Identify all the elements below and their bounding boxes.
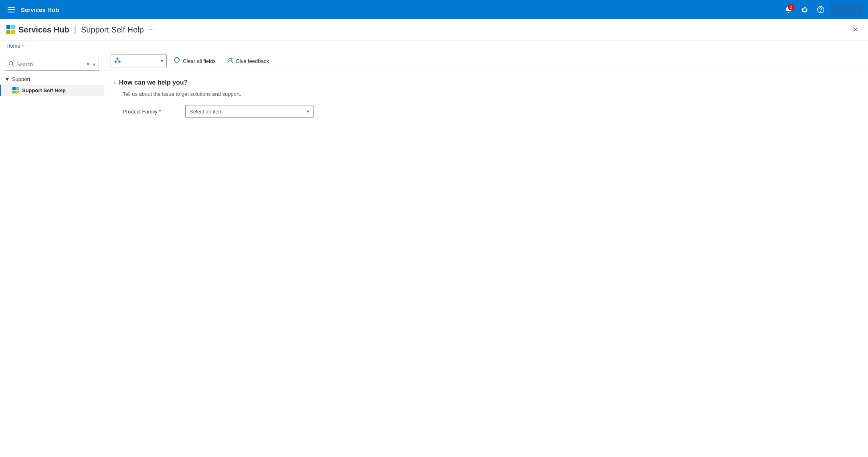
section-header: › How can we help you? xyxy=(114,79,858,86)
section-title: How can we help you? xyxy=(119,79,188,86)
logo-square-1 xyxy=(6,25,10,29)
content-area: › How can we help you? Tell us about the… xyxy=(104,71,868,455)
svg-line-6 xyxy=(12,65,14,66)
feedback-icon xyxy=(227,57,233,65)
app-logo xyxy=(6,25,15,34)
sidebar-item-label: Support Self Help xyxy=(22,87,66,93)
required-indicator: * xyxy=(159,109,161,115)
sidebar-search-container: ✕ « xyxy=(5,58,99,71)
logo-square-3 xyxy=(6,30,10,34)
product-family-chevron: ▾ xyxy=(307,109,309,114)
logo-square-2 xyxy=(11,25,15,29)
notification-badge: 2 xyxy=(788,4,794,10)
give-feedback-button[interactable]: Give feedback xyxy=(223,55,273,67)
svg-point-12 xyxy=(229,59,231,61)
search-collapse-icon[interactable]: « xyxy=(93,61,96,67)
topbar-title: Services Hub xyxy=(21,6,778,13)
svg-point-5 xyxy=(9,61,13,65)
user-avatar[interactable] xyxy=(831,3,863,16)
section-chevron[interactable]: › xyxy=(114,79,116,86)
product-family-row: Product Family * Select an item ▾ xyxy=(123,105,858,118)
page-header-more[interactable]: ··· xyxy=(149,26,154,33)
main-layout: ✕ « ▼ Support Support Self Help xyxy=(0,51,868,455)
svg-rect-0 xyxy=(8,7,15,8)
support-group-chevron: ▼ xyxy=(5,77,10,82)
close-button[interactable]: ✕ xyxy=(849,23,862,36)
logo-square-4 xyxy=(11,30,15,34)
scope-chevron: ▾ xyxy=(161,58,163,64)
page-title-separator: | xyxy=(74,25,76,34)
sidebar-item-support-self-help[interactable]: Support Self Help xyxy=(0,85,104,96)
page-subtitle: Support Self Help xyxy=(81,25,144,34)
settings-button[interactable] xyxy=(797,2,812,17)
product-family-label: Product Family * xyxy=(123,109,179,115)
clear-all-button[interactable]: Clear all fields xyxy=(170,55,220,67)
breadcrumb-separator: › xyxy=(22,43,24,49)
search-clear-icon[interactable]: ✕ xyxy=(86,61,90,67)
sidebar: ✕ « ▼ Support Support Self Help xyxy=(0,51,104,455)
support-group-label: Support xyxy=(12,76,30,82)
section-description: Tell us about the issue to get solutions… xyxy=(123,91,858,97)
topbar-icons: 2 xyxy=(781,2,863,17)
notifications-button[interactable]: 2 xyxy=(781,2,796,17)
sidebar-group-support[interactable]: ▼ Support xyxy=(0,74,104,85)
support-self-help-icon xyxy=(12,87,19,93)
toolbar: ▾ Clear all fields xyxy=(104,51,868,71)
scope-selector[interactable]: ▾ xyxy=(111,55,167,67)
product-family-placeholder: Select an item xyxy=(190,109,303,115)
svg-point-9 xyxy=(119,61,121,63)
product-family-select[interactable]: Select an item ▾ xyxy=(185,105,314,118)
hamburger-menu[interactable] xyxy=(5,3,18,16)
page-title: Services Hub xyxy=(18,25,69,34)
svg-rect-1 xyxy=(8,9,15,10)
svg-point-7 xyxy=(117,58,119,60)
scope-icon xyxy=(114,57,121,65)
breadcrumb: Home › xyxy=(0,40,868,51)
svg-point-8 xyxy=(115,61,117,63)
svg-line-11 xyxy=(117,60,119,61)
clear-all-icon xyxy=(174,57,180,65)
svg-point-4 xyxy=(821,11,821,12)
search-input[interactable] xyxy=(16,61,84,67)
breadcrumb-home[interactable]: Home xyxy=(6,43,20,49)
topbar: Services Hub 2 xyxy=(0,0,868,19)
help-button[interactable] xyxy=(813,2,828,17)
right-panel: ▾ Clear all fields xyxy=(104,51,868,455)
page-header: Services Hub | Support Self Help ··· ✕ xyxy=(0,19,868,40)
clear-all-label: Clear all fields xyxy=(183,58,216,64)
svg-rect-2 xyxy=(8,12,15,12)
give-feedback-label: Give feedback xyxy=(236,58,269,64)
svg-line-10 xyxy=(115,60,117,61)
search-icon xyxy=(8,61,14,68)
